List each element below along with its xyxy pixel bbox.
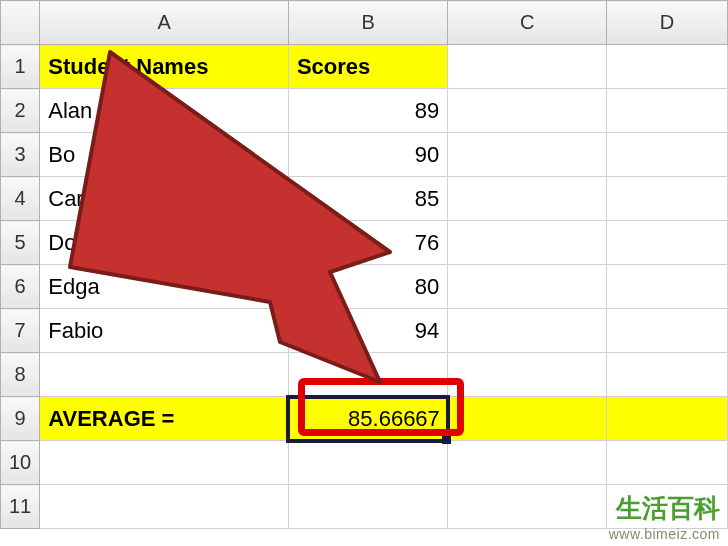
row-3: 3 Bo 90 bbox=[1, 133, 728, 177]
cell-d4[interactable] bbox=[606, 177, 727, 221]
cell-d7[interactable] bbox=[606, 309, 727, 353]
cell-b1[interactable]: Scores bbox=[288, 45, 447, 89]
cell-b6[interactable]: 80 bbox=[288, 265, 447, 309]
cell-a10[interactable] bbox=[40, 441, 289, 485]
col-header-a[interactable]: A bbox=[40, 1, 289, 45]
row-header-9[interactable]: 9 bbox=[1, 397, 40, 441]
cell-a4[interactable]: Cardi bbox=[40, 177, 289, 221]
cell-d10[interactable] bbox=[606, 441, 727, 485]
cell-c7[interactable] bbox=[448, 309, 607, 353]
row-5: 5 Don 76 bbox=[1, 221, 728, 265]
row-header-10[interactable]: 10 bbox=[1, 441, 40, 485]
watermark-title: 生活百科 bbox=[609, 491, 720, 526]
row-10: 10 bbox=[1, 441, 728, 485]
row-header-8[interactable]: 8 bbox=[1, 353, 40, 397]
cell-a2[interactable]: Alan bbox=[40, 89, 289, 133]
cell-d6[interactable] bbox=[606, 265, 727, 309]
cell-c6[interactable] bbox=[448, 265, 607, 309]
cell-d5[interactable] bbox=[606, 221, 727, 265]
cell-c11[interactable] bbox=[448, 485, 607, 529]
cell-c5[interactable] bbox=[448, 221, 607, 265]
column-header-row: A B C D bbox=[1, 1, 728, 45]
cell-b10[interactable] bbox=[288, 441, 447, 485]
row-8: 8 bbox=[1, 353, 728, 397]
cell-c1[interactable] bbox=[448, 45, 607, 89]
cell-c3[interactable] bbox=[448, 133, 607, 177]
row-header-11[interactable]: 11 bbox=[1, 485, 40, 529]
col-header-c[interactable]: C bbox=[448, 1, 607, 45]
cell-d1[interactable] bbox=[606, 45, 727, 89]
row-header-5[interactable]: 5 bbox=[1, 221, 40, 265]
watermark-url: www.bimeiz.com bbox=[609, 526, 720, 542]
cell-b7[interactable]: 94 bbox=[288, 309, 447, 353]
cell-a7[interactable]: Fabio bbox=[40, 309, 289, 353]
row-9: 9 AVERAGE = 85.66667 bbox=[1, 397, 728, 441]
cell-b5[interactable]: 76 bbox=[288, 221, 447, 265]
row-1: 1 Student Names Scores bbox=[1, 45, 728, 89]
row-6: 6 Edga 80 bbox=[1, 265, 728, 309]
cell-b8[interactable] bbox=[288, 353, 447, 397]
cell-d8[interactable] bbox=[606, 353, 727, 397]
cell-b11[interactable] bbox=[288, 485, 447, 529]
cell-a1[interactable]: Student Names bbox=[40, 45, 289, 89]
cell-b2[interactable]: 89 bbox=[288, 89, 447, 133]
cell-c10[interactable] bbox=[448, 441, 607, 485]
cell-c9[interactable] bbox=[448, 397, 607, 441]
row-header-7[interactable]: 7 bbox=[1, 309, 40, 353]
cell-c8[interactable] bbox=[448, 353, 607, 397]
watermark: 生活百科 www.bimeiz.com bbox=[609, 491, 720, 542]
cell-a3[interactable]: Bo bbox=[40, 133, 289, 177]
row-header-6[interactable]: 6 bbox=[1, 265, 40, 309]
cell-c2[interactable] bbox=[448, 89, 607, 133]
row-header-3[interactable]: 3 bbox=[1, 133, 40, 177]
spreadsheet-grid: A B C D 1 Student Names Scores 2 Alan 89… bbox=[0, 0, 728, 529]
row-header-2[interactable]: 2 bbox=[1, 89, 40, 133]
cell-a8[interactable] bbox=[40, 353, 289, 397]
col-header-b[interactable]: B bbox=[288, 1, 447, 45]
cell-a11[interactable] bbox=[40, 485, 289, 529]
cell-b9-selected[interactable]: 85.66667 bbox=[288, 397, 447, 441]
cell-d9[interactable] bbox=[606, 397, 727, 441]
row-7: 7 Fabio 94 bbox=[1, 309, 728, 353]
col-header-d[interactable]: D bbox=[606, 1, 727, 45]
cell-a6[interactable]: Edga bbox=[40, 265, 289, 309]
row-2: 2 Alan 89 bbox=[1, 89, 728, 133]
cell-b3[interactable]: 90 bbox=[288, 133, 447, 177]
cell-a5[interactable]: Don bbox=[40, 221, 289, 265]
row-header-1[interactable]: 1 bbox=[1, 45, 40, 89]
row-4: 4 Cardi 85 bbox=[1, 177, 728, 221]
cell-c4[interactable] bbox=[448, 177, 607, 221]
cell-d3[interactable] bbox=[606, 133, 727, 177]
cell-b4[interactable]: 85 bbox=[288, 177, 447, 221]
row-header-4[interactable]: 4 bbox=[1, 177, 40, 221]
cell-d2[interactable] bbox=[606, 89, 727, 133]
cell-a9[interactable]: AVERAGE = bbox=[40, 397, 289, 441]
select-all-corner[interactable] bbox=[1, 1, 40, 45]
